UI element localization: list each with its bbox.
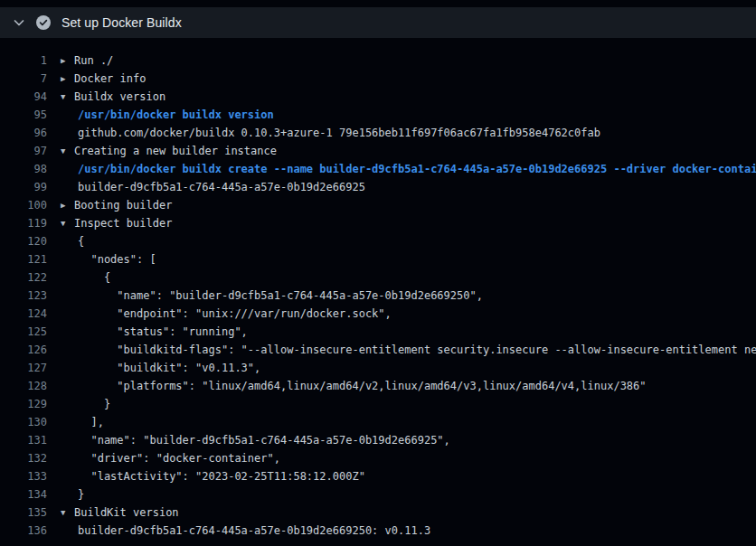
line-number[interactable]: 96 — [0, 124, 47, 142]
log-text: "buildkit": "v0.11.3", — [61, 359, 260, 377]
line-number[interactable]: 120 — [0, 232, 47, 250]
log-text: "endpoint": "unix:///var/run/docker.sock… — [61, 305, 392, 323]
log-line: 126 "buildkitd-flags": "--allow-insecure… — [0, 341, 756, 359]
log-line: 120{ — [0, 232, 756, 250]
log-text: "nodes": [ — [61, 250, 156, 268]
log-text: "driver": "docker-container", — [61, 449, 280, 467]
log-line: 134} — [0, 485, 756, 504]
line-number[interactable]: 97 — [0, 142, 47, 160]
line-number[interactable]: 1 — [0, 52, 47, 70]
log-text: "name": "builder-d9cfb5a1-c764-445a-a57e… — [61, 431, 450, 449]
log-line: 7▶Docker info — [0, 70, 756, 88]
log-text: builder-d9cfb5a1-c764-445a-a57e-0b19d2e6… — [61, 522, 430, 540]
log-line: 132 "driver": "docker-container", — [0, 449, 756, 467]
log-line: 127 "buildkit": "v0.11.3", — [0, 359, 756, 377]
log-group-title[interactable]: BuildKit version — [74, 506, 179, 519]
log-group-row[interactable]: ▶Booting builder — [61, 196, 172, 214]
log-line: 1▶Run ./ — [0, 52, 756, 70]
log-group-title[interactable]: Buildx version — [74, 90, 165, 103]
chevron-down-icon[interactable] — [12, 15, 26, 30]
log-line: 95/usr/bin/docker buildx version — [0, 106, 756, 124]
log-group-title[interactable]: Inspect builder — [74, 217, 172, 230]
line-number[interactable]: 121 — [0, 250, 47, 268]
line-number[interactable]: 135 — [0, 504, 47, 522]
log-output: 1▶Run ./7▶Docker info94▼Buildx version95… — [0, 38, 756, 540]
log-group-title[interactable]: Docker info — [74, 72, 146, 85]
line-number[interactable]: 98 — [0, 160, 47, 178]
log-command-text: /usr/bin/docker buildx version — [61, 106, 274, 124]
line-number[interactable]: 131 — [0, 431, 47, 449]
log-group-title[interactable]: Run ./ — [74, 54, 113, 67]
log-text: } — [61, 395, 110, 413]
log-line: 100▶Booting builder — [0, 196, 756, 214]
log-line: 99builder-d9cfb5a1-c764-445a-a57e-0b19d2… — [0, 178, 756, 196]
log-text: builder-d9cfb5a1-c764-445a-a57e-0b19d2e6… — [61, 178, 365, 196]
log-text: github.com/docker/buildx 0.10.3+azure-1 … — [61, 124, 600, 142]
log-group-row[interactable]: ▶Docker info — [61, 70, 146, 88]
triangle-down-icon[interactable]: ▼ — [61, 504, 74, 522]
log-text: } — [61, 485, 84, 504]
line-number[interactable]: 134 — [0, 485, 47, 504]
log-text: "platforms": "linux/amd64,linux/amd64/v2… — [61, 377, 647, 395]
log-command-text: /usr/bin/docker buildx create --name bui… — [61, 160, 756, 178]
line-number[interactable]: 136 — [0, 522, 47, 540]
log-group-row[interactable]: ▶Run ./ — [61, 52, 113, 70]
line-number[interactable]: 7 — [0, 70, 47, 88]
log-line: 96github.com/docker/buildx 0.10.3+azure-… — [0, 124, 756, 142]
triangle-down-icon[interactable]: ▼ — [61, 88, 74, 106]
log-line: 131 "name": "builder-d9cfb5a1-c764-445a-… — [0, 431, 756, 449]
log-group-row[interactable]: ▼BuildKit version — [61, 504, 179, 522]
line-number[interactable]: 119 — [0, 214, 47, 232]
log-line: 122 { — [0, 268, 756, 287]
log-line: 128 "platforms": "linux/amd64,linux/amd6… — [0, 377, 756, 395]
line-number[interactable]: 94 — [0, 88, 47, 106]
line-number[interactable]: 130 — [0, 413, 47, 431]
log-text: "buildkitd-flags": "--allow-insecure-ent… — [61, 341, 756, 359]
line-number[interactable]: 95 — [0, 106, 47, 124]
log-text: "name": "builder-d9cfb5a1-c764-445a-a57e… — [61, 287, 483, 305]
triangle-right-icon[interactable]: ▶ — [61, 70, 74, 88]
line-number[interactable]: 133 — [0, 467, 47, 485]
log-text: "lastActivity": "2023-02-25T11:58:12.000… — [61, 467, 365, 485]
log-line: 121 "nodes": [ — [0, 250, 756, 268]
line-number[interactable]: 127 — [0, 359, 47, 377]
log-line: 123 "name": "builder-d9cfb5a1-c764-445a-… — [0, 287, 756, 305]
line-number[interactable]: 126 — [0, 341, 47, 359]
log-line: 119▼Inspect builder — [0, 214, 756, 232]
log-line: 98/usr/bin/docker buildx create --name b… — [0, 160, 756, 178]
log-line: 136builder-d9cfb5a1-c764-445a-a57e-0b19d… — [0, 522, 756, 540]
log-group-row[interactable]: ▼Buildx version — [61, 88, 165, 106]
log-line: 94▼Buildx version — [0, 88, 756, 106]
check-circle-icon — [36, 15, 51, 30]
log-group-row[interactable]: ▼Creating a new builder instance — [61, 142, 277, 160]
triangle-down-icon[interactable]: ▼ — [61, 214, 74, 232]
log-line: 97▼Creating a new builder instance — [0, 142, 756, 160]
log-line: 125 "status": "running", — [0, 323, 756, 341]
log-group-title[interactable]: Creating a new builder instance — [74, 145, 277, 157]
log-line: 133 "lastActivity": "2023-02-25T11:58:12… — [0, 467, 756, 485]
line-number[interactable]: 123 — [0, 287, 47, 305]
log-text: { — [61, 232, 84, 250]
line-number[interactable]: 132 — [0, 449, 47, 467]
triangle-down-icon[interactable]: ▼ — [61, 142, 74, 160]
line-number[interactable]: 99 — [0, 178, 47, 196]
log-text: "status": "running", — [61, 323, 248, 341]
step-header[interactable]: Set up Docker Buildx — [0, 7, 756, 38]
log-text: ], — [61, 413, 104, 431]
log-group-title[interactable]: Booting builder — [74, 199, 172, 212]
step-title: Set up Docker Buildx — [61, 15, 182, 30]
log-text: { — [61, 268, 110, 287]
log-line: 124 "endpoint": "unix:///var/run/docker.… — [0, 305, 756, 323]
log-line: 129 } — [0, 395, 756, 413]
triangle-right-icon[interactable]: ▶ — [61, 52, 74, 70]
triangle-right-icon[interactable]: ▶ — [61, 196, 74, 214]
line-number[interactable]: 122 — [0, 268, 47, 287]
log-line: 130 ], — [0, 413, 756, 431]
log-group-row[interactable]: ▼Inspect builder — [61, 214, 172, 232]
line-number[interactable]: 129 — [0, 395, 47, 413]
log-line: 135▼BuildKit version — [0, 504, 756, 522]
line-number[interactable]: 124 — [0, 305, 47, 323]
line-number[interactable]: 128 — [0, 377, 47, 395]
line-number[interactable]: 125 — [0, 323, 47, 341]
line-number[interactable]: 100 — [0, 196, 47, 214]
